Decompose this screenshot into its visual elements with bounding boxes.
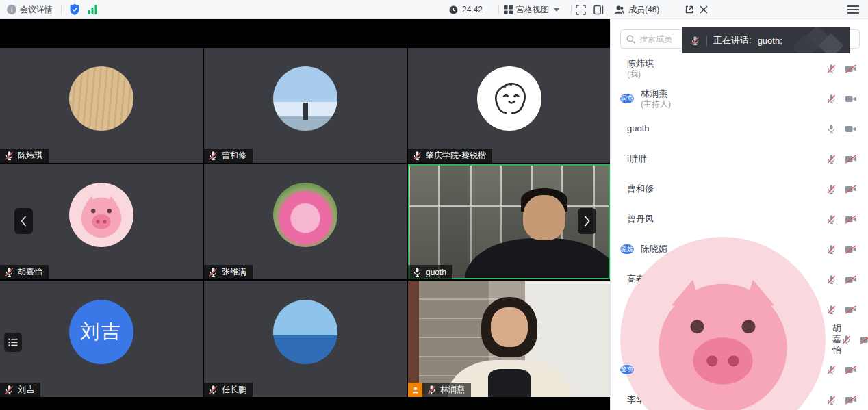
name-tag-main: 陈炜琪 (0, 149, 49, 163)
member-av-controls (826, 64, 857, 74)
mic-muted-icon (4, 385, 14, 395)
next-page-button[interactable] (578, 208, 596, 234)
camera-off-icon[interactable] (845, 215, 857, 224)
camera-on-icon[interactable] (845, 94, 857, 103)
mic-muted-icon[interactable] (826, 305, 837, 315)
member-name: 陈炜琪 (627, 58, 654, 69)
participant-video (408, 281, 610, 397)
member-row[interactable]: guoth (611, 114, 868, 144)
camera-off-icon[interactable] (845, 64, 857, 73)
meeting-timer: 24:42 (462, 5, 483, 14)
member-row[interactable]: i胖胖 (611, 144, 868, 174)
camera-off-icon[interactable] (860, 335, 868, 344)
member-role-label: (我) (627, 69, 654, 79)
video-tile[interactable]: 张维满 (204, 164, 407, 279)
member-av-controls (826, 395, 857, 405)
participant-name-tag: 陈炜琪 (0, 149, 49, 163)
mic-muted-icon[interactable] (826, 365, 837, 375)
view-label: 宫格视图 (516, 4, 549, 16)
member-av-controls (826, 184, 857, 194)
prev-page-button[interactable] (14, 208, 33, 234)
grid-view-icon (504, 5, 513, 14)
mic-muted-icon[interactable] (826, 64, 837, 74)
member-row[interactable]: 润燕林润燕(主持人) (611, 84, 868, 114)
mic-muted-icon[interactable] (841, 335, 852, 345)
camera-off-icon[interactable] (845, 305, 857, 314)
mic-on-icon[interactable] (826, 124, 837, 134)
video-tile[interactable]: 肇庆学院-黎锐楷 (408, 48, 610, 163)
menu-button[interactable] (847, 5, 859, 14)
member-av-controls (826, 365, 857, 375)
members-icon (614, 5, 624, 14)
mic-muted-icon[interactable] (826, 244, 837, 255)
camera-off-icon[interactable] (845, 366, 857, 374)
member-row[interactable]: 陈炜琪(我) (611, 53, 868, 84)
mic-muted-icon[interactable] (826, 214, 837, 225)
person-silhouette (488, 369, 531, 397)
member-av-controls (826, 305, 857, 315)
name-tag-main: 曹和修 (204, 149, 253, 163)
camera-off-icon[interactable] (845, 275, 857, 284)
popout-panel-button[interactable] (685, 5, 694, 14)
layout-list-button[interactable] (4, 333, 22, 352)
participant-name-label: 胡嘉怡 (18, 266, 42, 278)
mic-muted-icon[interactable] (826, 274, 837, 285)
member-row[interactable]: 曾丹凤 (611, 204, 868, 234)
member-row[interactable]: 胡嘉怡 (611, 324, 868, 355)
participant-name-label: 肇庆学院-黎锐楷 (426, 150, 486, 162)
avatar-initials: 晓媚 (620, 244, 634, 254)
mic-muted-icon[interactable] (826, 94, 837, 104)
participant-name-label: guoth (426, 268, 446, 277)
divider (498, 5, 499, 14)
side-panel-toggle-button[interactable] (593, 5, 604, 15)
divider (571, 5, 572, 14)
participant-avatar (273, 66, 337, 131)
name-tag-main: 刘吉 (0, 383, 40, 397)
member-row[interactable]: 曹和修 (611, 174, 868, 204)
person-silhouette (465, 238, 610, 279)
avatar-initials: 黎燕 (620, 365, 634, 374)
close-panel-button[interactable] (700, 5, 708, 14)
camera-off-icon[interactable] (845, 245, 857, 254)
member-text: 胡嘉怡 (832, 323, 841, 356)
member-av-controls (826, 94, 857, 104)
member-text: 曾丹凤 (627, 214, 654, 225)
mic-muted-icon (690, 36, 700, 46)
network-signal-icon[interactable] (88, 5, 97, 14)
meeting-app-window: { "topbar": { "meeting_details_label": "… (0, 0, 868, 410)
top-bar: i 会议详情 24:42 宫格视图 (0, 0, 868, 19)
participant-name-tag: 张维满 (204, 265, 253, 279)
member-av-controls (841, 335, 868, 345)
mic-muted-icon[interactable] (826, 395, 837, 405)
participant-name-tag: 胡嘉怡 (0, 265, 49, 279)
mic-muted-icon (208, 151, 218, 161)
divider (61, 5, 62, 14)
video-tile[interactable]: 刘吉 刘吉 (0, 281, 203, 397)
participant-avatar (477, 66, 541, 131)
camera-off-icon[interactable] (845, 396, 857, 405)
mic-muted-icon[interactable] (826, 154, 837, 164)
video-tile[interactable]: 林润燕 (408, 281, 610, 397)
member-av-controls (826, 124, 857, 134)
divider (706, 36, 707, 46)
camera-off-icon[interactable] (845, 185, 857, 194)
video-tile[interactable]: 曹和修 (204, 48, 407, 163)
camera-off-icon[interactable] (845, 155, 857, 164)
view-switcher-button[interactable]: 宫格视图 (504, 4, 559, 16)
meeting-details-button[interactable]: i 会议详情 (7, 4, 53, 16)
mic-muted-icon (412, 151, 422, 161)
participant-avatar: 黎燕 (620, 365, 634, 374)
mic-muted-icon[interactable] (826, 184, 837, 194)
participant-avatar (69, 183, 133, 247)
person-silhouette (491, 307, 528, 347)
speaking-toast: 正在讲话: guoth; (682, 27, 850, 53)
camera-on-icon[interactable] (845, 125, 857, 133)
members-count-label: 成员(46) (628, 4, 659, 16)
member-text: i胖胖 (627, 153, 647, 164)
fullscreen-button[interactable] (576, 5, 586, 15)
video-tile[interactable]: 陈炜琪 (0, 48, 203, 163)
member-text: guoth (627, 123, 650, 134)
security-shield-icon[interactable] (70, 4, 79, 15)
video-tile[interactable]: 任长鹏 (204, 281, 407, 397)
name-tag-main: 胡嘉怡 (0, 265, 49, 279)
